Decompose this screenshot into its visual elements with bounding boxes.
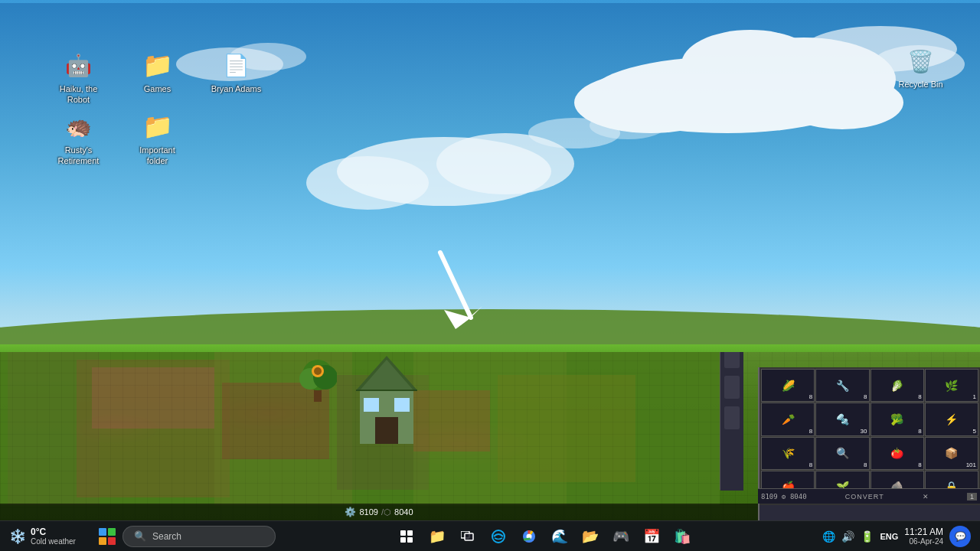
rustys-retirement-label: Rusty'sRetirement bbox=[58, 145, 100, 167]
svg-rect-49 bbox=[407, 530, 413, 536]
svg-point-5 bbox=[712, 37, 896, 122]
clock-time: 11:21 AM bbox=[904, 527, 943, 537]
taskbar-icon-taskview[interactable] bbox=[393, 523, 420, 550]
temperature: 0°C bbox=[31, 527, 76, 537]
weather-description: Cold weather bbox=[31, 537, 76, 546]
slot-10: 🔍 8 bbox=[815, 437, 869, 470]
svg-rect-45 bbox=[724, 352, 740, 368]
svg-rect-47 bbox=[724, 406, 740, 429]
language-indicator[interactable]: ENG bbox=[880, 532, 898, 541]
tray-battery-icon[interactable]: 🔋 bbox=[861, 530, 874, 543]
icon-rustys-retirement[interactable]: 🦔 Rusty'sRetirement bbox=[50, 111, 107, 167]
svg-rect-34 bbox=[375, 417, 398, 444]
convert-label: CONVERT bbox=[845, 493, 884, 500]
taskbar-icon-filemanager2[interactable]: 📂 bbox=[577, 523, 604, 550]
icon-haiku-robot[interactable]: 🤖 Haiku, the Robot bbox=[50, 50, 107, 106]
taskbar-icon-msedge2[interactable]: 🌊 bbox=[546, 523, 573, 550]
convert-resource-display: 8109 ⚙ 8040 bbox=[761, 493, 807, 500]
svg-point-12 bbox=[436, 133, 574, 194]
notification-icon: 💬 bbox=[955, 531, 966, 542]
windows-logo-icon bbox=[99, 528, 116, 545]
recycle-bin-label: Recycle Bin bbox=[898, 80, 942, 89]
taskbar-icon-chrome[interactable] bbox=[515, 523, 543, 550]
haiku-robot-label: Haiku, the Robot bbox=[50, 83, 107, 106]
svg-point-7 bbox=[781, 76, 903, 129]
taskbar-icon-multidesktop[interactable] bbox=[454, 523, 482, 550]
icon-bryan-adams[interactable]: 📄 Bryan Adams bbox=[207, 50, 265, 106]
slot-1: 🌽 8 bbox=[761, 369, 815, 402]
important-folder-image: 📁 bbox=[142, 111, 173, 142]
search-bar[interactable]: 🔍 Search bbox=[122, 526, 276, 547]
taskbar: ❄️ 0°C Cold weather 🔍 Search 📁 bbox=[0, 520, 980, 551]
slot-6: 🔩 30 bbox=[815, 403, 869, 435]
desktop-icons-row1: 🤖 Haiku, the Robot 📁 Games 📄 Bryan Adams bbox=[50, 50, 265, 106]
svg-point-4 bbox=[574, 72, 727, 133]
search-placeholder: Search bbox=[152, 531, 181, 542]
bryan-adams-image: 📄 bbox=[221, 50, 252, 80]
svg-rect-46 bbox=[724, 376, 740, 399]
svg-rect-53 bbox=[465, 533, 473, 540]
resource2-value: 8040 bbox=[394, 507, 413, 517]
game-side-panel bbox=[720, 352, 743, 490]
convert-bar: 8109 ⚙ 8040 CONVERT ✕ 1 bbox=[758, 488, 980, 504]
svg-rect-51 bbox=[407, 537, 413, 543]
bryan-adams-label: Bryan Adams bbox=[211, 83, 261, 94]
clock-date: 06-Apr-24 bbox=[904, 537, 943, 546]
svg-marker-32 bbox=[360, 360, 413, 390]
slot-5: 🥕 8 bbox=[761, 403, 815, 435]
svg-rect-50 bbox=[400, 537, 406, 543]
slot-4: 🌿 1 bbox=[925, 369, 978, 402]
resource1-icon: ⚙️ bbox=[345, 507, 356, 517]
slot-3: 🥬 8 bbox=[871, 369, 924, 402]
taskbar-icon-calendar[interactable]: 📅 bbox=[638, 523, 665, 550]
svg-point-43 bbox=[314, 367, 322, 375]
games-label: Games bbox=[144, 83, 171, 94]
slot-8: ⚡ 5 bbox=[925, 403, 978, 435]
slot-11: 🍅 8 bbox=[871, 437, 924, 470]
slot-2: 🔧 8 bbox=[815, 369, 869, 402]
inventory-grid: 🌽 8 🔧 8 🥬 8 🌿 1 🥕 8 🔩 30 🥦 8 ⚡ bbox=[760, 367, 980, 505]
taskbar-icon-steam[interactable]: 🎮 bbox=[607, 523, 635, 550]
slot-7: 🥦 8 bbox=[871, 403, 924, 435]
svg-rect-48 bbox=[400, 530, 406, 536]
weather-widget[interactable]: ❄️ 0°C Cold weather bbox=[0, 527, 92, 546]
taskbar-icon-msstore[interactable]: 🛍️ bbox=[668, 523, 696, 550]
game-building bbox=[348, 352, 425, 444]
icon-games[interactable]: 📁 Games bbox=[129, 50, 186, 106]
recycle-bin-image: 🗑️ bbox=[906, 46, 936, 77]
taskbar-icon-edge[interactable] bbox=[485, 523, 512, 550]
start-button[interactable] bbox=[92, 521, 122, 552]
svg-point-6 bbox=[681, 30, 819, 99]
svg-rect-35 bbox=[364, 398, 379, 412]
weather-text: 0°C Cold weather bbox=[31, 527, 76, 546]
search-icon: 🔍 bbox=[134, 530, 146, 542]
notification-center-button[interactable]: 💬 bbox=[949, 526, 971, 547]
icon-important-folder[interactable]: 📁 Importantfolder bbox=[129, 111, 186, 167]
important-folder-label: Importantfolder bbox=[139, 145, 175, 167]
weather-icon: ❄️ bbox=[9, 528, 26, 545]
svg-point-11 bbox=[306, 156, 429, 210]
convert-quantity: 1 bbox=[967, 493, 977, 500]
convert-x-button[interactable]: ✕ bbox=[923, 493, 929, 500]
slot-12: 📦 101 bbox=[925, 437, 978, 470]
system-clock[interactable]: 11:21 AM 06-Apr-24 bbox=[904, 527, 943, 546]
rustys-retirement-image: 🦔 bbox=[64, 111, 94, 142]
taskbar-right: 🌐 🔊 🔋 ENG 11:21 AM 06-Apr-24 💬 bbox=[813, 526, 980, 547]
taskbar-icon-fileexplorer[interactable]: 📁 bbox=[423, 523, 451, 550]
slot-9: 🌾 8 bbox=[761, 437, 815, 470]
svg-point-3 bbox=[590, 57, 865, 133]
resource1-value: 8109 bbox=[359, 507, 377, 517]
desktop-icons-row2: 🦔 Rusty'sRetirement 📁 Importantfolder bbox=[50, 111, 186, 167]
games-image: 📁 bbox=[142, 50, 173, 80]
tray-network-icon[interactable]: 🌐 bbox=[822, 530, 835, 543]
tray-volume-icon[interactable]: 🔊 bbox=[841, 530, 854, 543]
svg-rect-36 bbox=[394, 398, 410, 412]
game-tree1 bbox=[299, 356, 337, 405]
svg-point-10 bbox=[337, 137, 551, 206]
svg-point-13 bbox=[528, 118, 620, 148]
taskbar-center-icons: 📁 🌊 📂 🎮 📅 🛍️ bbox=[276, 523, 813, 550]
recycle-bin-icon[interactable]: 🗑️ Recycle Bin bbox=[892, 46, 949, 89]
game-resource-bar: ⚙️ 8109 /⬡ 8040 bbox=[0, 504, 758, 520]
haiku-robot-image: 🤖 bbox=[64, 50, 94, 80]
svg-point-14 bbox=[590, 112, 666, 139]
